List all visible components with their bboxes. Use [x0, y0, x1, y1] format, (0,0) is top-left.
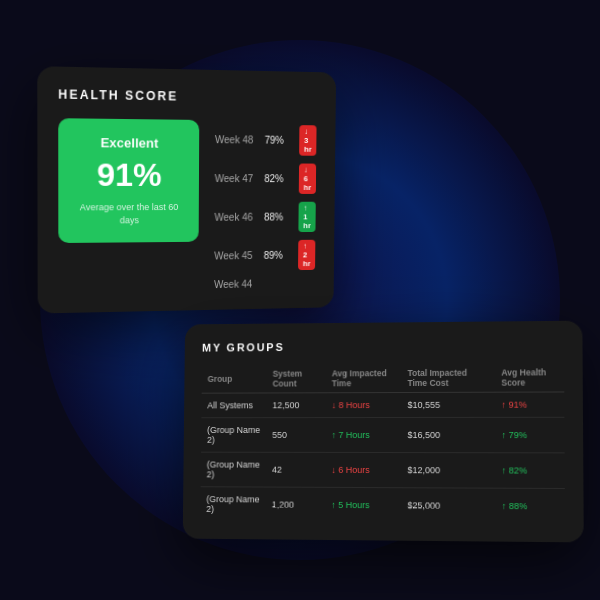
week-pct: 88% [264, 212, 293, 223]
week-pct: 89% [264, 250, 293, 261]
score-value: 91% [97, 158, 162, 191]
col-avg-time: Avg Impacted Time [326, 364, 402, 393]
week-badge: ↑ 1 hr [298, 202, 315, 232]
groups-table: Group System Count Avg Impacted Time Tot… [200, 363, 565, 524]
week-pct: 82% [264, 173, 293, 184]
groups-card: MY GROUPS Group System Count Avg Impacte… [183, 321, 584, 543]
group-name-cell: (Group Name 2) [200, 487, 266, 522]
avg-time-cell: ↓ 8 Hours [326, 393, 402, 418]
system-count-cell: 42 [266, 452, 326, 487]
total-cost-cell: $25,000 [401, 488, 495, 524]
health-score-cell: ↑ 82% [495, 453, 564, 489]
group-name-cell: All Systems [201, 393, 266, 418]
week-label: Week 48 [215, 134, 259, 145]
groups-table-body: All Systems12,500↓ 8 Hours$10,555↑ 91%(G… [200, 392, 565, 524]
week-badge: ↓ 6 hr [299, 164, 316, 194]
col-count: System Count [267, 365, 326, 393]
health-card-body: Excellent 91% Average over the last 60 d… [58, 118, 316, 293]
group-name-cell: (Group Name 2) [201, 452, 266, 487]
total-cost-cell: $12,000 [401, 453, 495, 489]
score-box: Excellent 91% Average over the last 60 d… [58, 118, 199, 243]
avg-time-cell: ↓ 6 Hours [325, 452, 401, 487]
table-row: All Systems12,500↓ 8 Hours$10,555↑ 91% [201, 392, 564, 418]
week-row: Week 4879%↓ 3 hr [215, 124, 317, 156]
health-score-cell: ↑ 91% [495, 392, 564, 417]
total-cost-cell: $10,555 [401, 392, 495, 417]
week-badge: ↑ 2 hr [298, 240, 315, 270]
group-name-cell: (Group Name 2) [201, 418, 266, 453]
week-label: Week 47 [215, 173, 259, 184]
week-badge: ↓ 3 hr [299, 125, 316, 156]
groups-card-title: MY GROUPS [202, 339, 564, 354]
week-label: Week 45 [214, 250, 258, 261]
health-score-card: HEALTH SCORE Excellent 91% Average over … [37, 66, 336, 313]
week-row: Week 4688%↑ 1 hr [214, 202, 315, 233]
score-subtitle: Average over the last 60 days [77, 201, 181, 227]
score-label: Excellent [100, 135, 158, 151]
scene: HEALTH SCORE Excellent 91% Average over … [20, 40, 580, 560]
week-row: Week 4589%↑ 2 hr [214, 240, 315, 272]
table-row: (Group Name 2)42↓ 6 Hours$12,000↑ 82% [201, 452, 565, 488]
system-count-cell: 1,200 [266, 487, 326, 522]
week-pct: 79% [265, 135, 294, 146]
system-count-cell: 550 [266, 418, 325, 453]
col-group: Group [202, 365, 267, 393]
week-row: Week 44 [214, 278, 315, 290]
total-cost-cell: $16,500 [401, 417, 495, 452]
col-health: Avg Health Score [495, 363, 564, 392]
week-label: Week 44 [214, 279, 258, 291]
health-score-cell: ↑ 88% [495, 488, 565, 524]
weeks-list: Week 4879%↓ 3 hrWeek 4782%↓ 6 hrWeek 468… [214, 120, 317, 290]
table-row: (Group Name 2)1,200↑ 5 Hours$25,000↑ 88% [200, 487, 565, 524]
avg-time-cell: ↑ 7 Hours [325, 417, 401, 452]
avg-time-cell: ↑ 5 Hours [325, 487, 401, 522]
table-header-row: Group System Count Avg Impacted Time Tot… [202, 363, 565, 393]
health-score-cell: ↑ 79% [495, 417, 564, 453]
health-card-title: HEALTH SCORE [58, 87, 317, 105]
week-row: Week 4782%↓ 6 hr [215, 163, 317, 194]
system-count-cell: 12,500 [266, 393, 325, 418]
week-label: Week 46 [214, 212, 258, 223]
col-total-cost: Total Impacted Time Cost [401, 364, 495, 393]
table-row: (Group Name 2)550↑ 7 Hours$16,500↑ 79% [201, 417, 565, 453]
